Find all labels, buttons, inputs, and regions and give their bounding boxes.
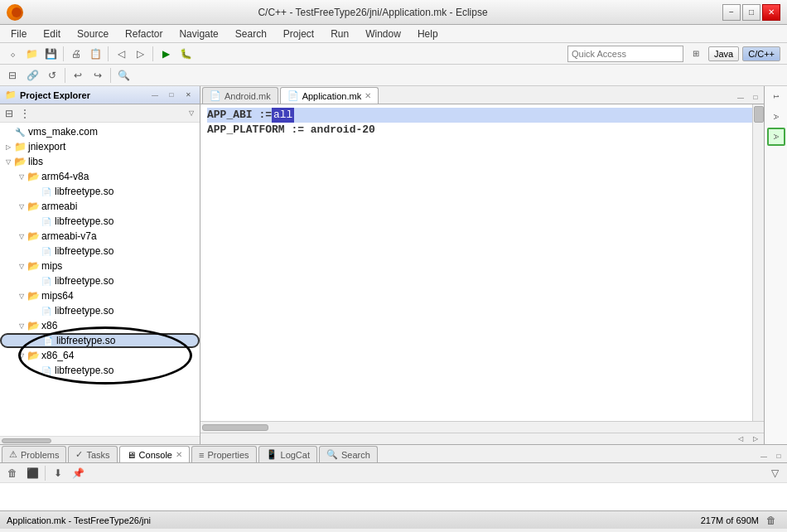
toolbar-secondary: ⊟ 🔗 ↺ ↩ ↪ 🔍 [0,65,787,86]
tab-tasks[interactable]: ✓ Tasks [68,446,117,462]
status-memory: 217M of 690M 🗑 [701,511,780,530]
bottom-toolbar: 🗑 ⬛ ⬇ 📌 ▽ [0,463,787,483]
debug-button[interactable]: 🐛 [176,45,195,63]
console-clear-btn[interactable]: 🗑 [3,464,22,482]
editor-next-button[interactable]: ▷ [749,434,762,444]
open-button[interactable]: 📁 [22,45,41,63]
menu-item-run[interactable]: Run [323,26,356,42]
menu-item-source[interactable]: Source [70,26,116,42]
pe-view-menu-button[interactable]: ▽ [185,107,198,120]
minimize-button[interactable]: − [722,4,741,21]
project-tree[interactable]: 🔧 vms_make.com ▷ 📁 jniexport ▽ 📂 libs [0,123,200,436]
folder-icon-mips: 📂 [27,259,40,273]
tab-console-close[interactable]: ✕ [176,450,182,459]
save-button[interactable]: 💾 [41,45,60,63]
gc-button[interactable]: 🗑 [762,511,780,530]
tab-properties[interactable]: ≡ Properties [191,446,257,462]
menu-item-help[interactable]: Help [410,26,446,42]
forward-button[interactable]: ▷ [131,45,149,63]
tree-arrow-mipslib [30,276,40,286]
console-stop-btn[interactable]: ⬛ [23,464,41,482]
tree-item-libs[interactable]: ▽ 📂 libs [0,154,200,169]
tab-search[interactable]: 🔍 Search [319,446,378,462]
tree-arrow-armeabi: ▽ [17,201,27,211]
new-button[interactable]: ⬦ [3,45,22,63]
maximize-button[interactable]: □ [742,4,760,21]
menu-item-window[interactable]: Window [358,26,408,42]
run-button[interactable]: ▶ [157,45,175,63]
tree-item-mips64[interactable]: ▽ 📂 mips64 [0,288,200,303]
java-perspective-button[interactable]: Java [708,46,739,61]
tab-logcat[interactable]: 📱 LogCat [258,446,317,462]
print-button[interactable]: 🖨 [67,45,85,63]
prop-button[interactable]: 📋 [86,45,104,63]
pe-scrollbar-h[interactable] [0,436,200,444]
quick-access-input[interactable] [567,46,683,62]
back-button[interactable]: ◁ [112,45,130,63]
tree-item-armeabi[interactable]: ▽ 📂 armeabi [0,199,200,214]
tree-item-armeabiv7alib[interactable]: 📄 libfreetype.so [0,244,200,259]
undo-button[interactable]: ↩ [69,66,87,85]
tab-console[interactable]: 🖥 Console ✕ [119,446,190,462]
tab-android-mk[interactable]: 📄 Android.mk [202,87,278,104]
right-panel-btn-3[interactable]: A [767,128,785,146]
tree-label-mipslib: libfreetype.so [55,275,113,287]
pe-collapse-button[interactable]: ⊟ [2,106,17,121]
tab-application-mk[interactable]: 📄 Application.mk ✕ [280,87,379,104]
bottom-maximize-button[interactable]: □ [772,449,785,462]
tree-item-x86_64lib[interactable]: 📄 libfreetype.so [0,363,200,378]
editor-maximize-button[interactable]: □ [749,90,762,104]
editor-minimize-button[interactable]: — [734,90,747,104]
tree-item-arm64[interactable]: ▽ 📂 arm64-v8a [0,169,200,184]
editor-prev-button[interactable]: ◁ [734,434,747,444]
tab-application-mk-close[interactable]: ✕ [365,91,371,100]
console-icon: 🖥 [127,450,136,460]
tree-item-x86[interactable]: ▽ 📂 x86 [0,318,200,333]
bottom-view-menu[interactable]: ▽ [765,464,784,482]
menu-item-file[interactable]: File [3,26,34,42]
editor-scrollbar-h[interactable] [200,421,764,433]
menu-item-search[interactable]: Search [228,26,274,42]
console-scroll-btn[interactable]: ⬇ [49,464,67,482]
menu-item-refactor[interactable]: Refactor [118,26,170,42]
tree-item-mipslib[interactable]: 📄 libfreetype.so [0,273,200,288]
menu-item-navigate[interactable]: Navigate [171,26,225,42]
menu-item-project[interactable]: Project [276,26,321,42]
redo-button[interactable]: ↪ [89,66,107,85]
menu-item-edit[interactable]: Edit [36,26,68,42]
work-area: 📁 Project Explorer — □ ✕ ⊟ ⋮ ▽ 🔧 vms_mak… [0,86,787,444]
refresh-button[interactable]: ↺ [43,66,61,85]
tree-item-armeabilib[interactable]: 📄 libfreetype.so [0,214,200,229]
tree-item-jniexport[interactable]: ▷ 📁 jniexport [0,139,200,154]
tree-item-x86lib[interactable]: 📄 libfreetype.so [0,333,200,348]
tree-item-x86_64[interactable]: ▽ 📂 x86_64 [0,348,200,363]
bottom-minimize-button[interactable]: — [757,449,770,462]
file-icon-mips64lib: 📄 [40,304,53,317]
collapse-all-button[interactable]: ⊟ [3,66,22,85]
cpp-perspective-button[interactable]: C/C++ [742,46,780,61]
console-pin-btn[interactable]: 📌 [69,464,87,482]
editor-scrollbar-v[interactable] [752,104,764,421]
tree-item-mips[interactable]: ▽ 📂 mips [0,259,200,273]
right-panel-btn-2[interactable]: A [767,108,785,126]
pe-scroll-thumb [2,438,51,443]
toolbar-separator-2 [108,46,109,61]
pe-minimize-button[interactable]: — [148,89,162,102]
tree-label-vms: vms_make.com [28,126,98,138]
tree-item-vms[interactable]: 🔧 vms_make.com [0,124,200,139]
pe-link-button[interactable]: ⋮ [17,106,32,121]
search-toolbar-button[interactable]: 🔍 [114,66,133,85]
tree-item-arm64lib[interactable]: 📄 libfreetype.so [0,184,200,199]
tree-item-armeabiv7a[interactable]: ▽ 📂 armeabi-v7a [0,229,200,244]
tree-item-mips64lib[interactable]: 📄 libfreetype.so [0,303,200,318]
link-button[interactable]: 🔗 [23,66,41,85]
perspective-toolbar-btn[interactable]: ⊞ [687,45,705,63]
pe-maximize-button[interactable]: □ [165,89,178,102]
right-panel-btn-1[interactable]: 1 [767,88,785,106]
tab-problems[interactable]: ⚠ Problems [2,446,66,462]
tab-application-mk-label: Application.mk [302,91,362,101]
editor-content[interactable]: APP_ABI :=all APP_PLATFORM := android-20 [200,104,764,421]
pe-close-button[interactable]: ✕ [181,89,195,102]
close-button[interactable]: ✕ [762,4,780,21]
tree-arrow-x86_64lib [30,365,40,375]
